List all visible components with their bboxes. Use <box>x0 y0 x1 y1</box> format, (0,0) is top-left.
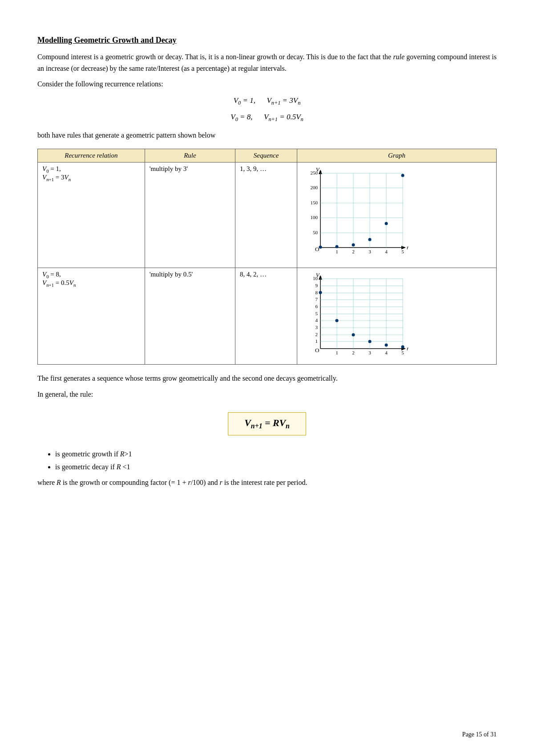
svg-text:O: O <box>315 347 319 354</box>
svg-text:7: 7 <box>316 297 318 302</box>
rule-cell-2: 'multiply by 0.5' <box>145 268 235 365</box>
svg-point-29 <box>352 244 355 247</box>
bullet-list: is geometric growth if R>1 is geometric … <box>55 448 497 474</box>
svg-text:O: O <box>315 246 319 252</box>
svg-text:10: 10 <box>313 276 318 281</box>
svg-text:3: 3 <box>368 249 371 254</box>
table-row-1: V0 = 1, Vn+1 = 3Vn 'multiply by 3' 1, 3,… <box>38 163 497 268</box>
paragraph-6: where R is the growth or compounding fac… <box>37 477 497 488</box>
svg-point-72 <box>352 333 355 337</box>
svg-text:4: 4 <box>385 350 388 355</box>
svg-point-75 <box>401 345 405 349</box>
graph-cell-2: Vn n O <box>297 268 497 365</box>
svg-text:1: 1 <box>336 350 338 355</box>
recurrence-table: Recurrence relation Rule Sequence Graph … <box>37 149 497 365</box>
svg-text:2: 2 <box>352 350 355 355</box>
graph-svg-2: Vn n O <box>302 271 409 360</box>
relation-cell-1: V0 = 1, Vn+1 = 3Vn <box>38 163 145 268</box>
svg-point-73 <box>368 340 372 343</box>
col-header-graph: Graph <box>297 149 497 163</box>
sequence-cell-2: 8, 4, 2, … <box>235 268 297 365</box>
formula-center: Vn+1 = RVn <box>37 404 497 443</box>
rule-cell-1: 'multiply by 3' <box>145 163 235 268</box>
paragraph-1: Compound interest is a geometric growth … <box>37 51 497 74</box>
paragraph-4: The first generates a sequence whose ter… <box>37 373 497 384</box>
graph-svg-1: Vn n O <box>302 165 409 263</box>
svg-text:2: 2 <box>316 332 318 337</box>
svg-point-74 <box>385 344 388 347</box>
col-header-sequence: Sequence <box>235 149 297 163</box>
svg-text:4: 4 <box>385 249 388 254</box>
svg-text:5: 5 <box>401 350 404 355</box>
svg-text:n: n <box>407 345 409 352</box>
svg-point-30 <box>368 238 372 241</box>
svg-text:3: 3 <box>316 325 318 330</box>
svg-text:4: 4 <box>316 317 318 323</box>
page-number: Page 15 of 31 <box>462 731 497 738</box>
bullet-item-1: is geometric growth if R>1 <box>55 448 497 461</box>
svg-text:n: n <box>407 244 409 251</box>
svg-text:1: 1 <box>336 249 338 254</box>
svg-text:1: 1 <box>316 338 318 344</box>
svg-text:200: 200 <box>311 185 318 190</box>
svg-point-28 <box>336 245 339 248</box>
svg-text:150: 150 <box>311 200 318 205</box>
svg-point-71 <box>336 319 339 322</box>
svg-point-32 <box>401 174 405 177</box>
svg-text:5: 5 <box>316 311 318 316</box>
svg-text:50: 50 <box>313 230 318 235</box>
svg-text:6: 6 <box>316 304 318 309</box>
svg-text:9: 9 <box>316 283 318 288</box>
svg-text:8: 8 <box>316 290 318 295</box>
page-title: Modelling Geometric Growth and Decay <box>37 36 497 45</box>
col-header-rule: Rule <box>145 149 235 163</box>
svg-point-27 <box>319 246 322 249</box>
svg-point-31 <box>385 222 388 225</box>
math-formula-1: V0 = 1, Vn+1 = 3Vn <box>37 96 497 106</box>
col-header-relation: Recurrence relation <box>38 149 145 163</box>
math-formula-2: V0 = 8, Vn+1 = 0.5Vn <box>37 113 497 123</box>
svg-text:250: 250 <box>311 170 318 175</box>
main-formula: Vn+1 = RVn <box>228 412 306 435</box>
relation-cell-2: V0 = 8, Vn+1 = 0.5Vn <box>38 268 145 365</box>
sequence-cell-1: 1, 3, 9, … <box>235 163 297 268</box>
svg-text:100: 100 <box>311 215 318 220</box>
paragraph-2: Consider the following recurrence relati… <box>37 78 497 90</box>
paragraph-5: In general, the rule: <box>37 389 497 400</box>
svg-point-70 <box>319 291 322 294</box>
paragraph-3: both have rules that generate a geometri… <box>37 130 497 141</box>
factor-expression: (= 1 + r/100) <box>169 479 206 486</box>
graph-cell-1: Vn n O <box>297 163 497 268</box>
table-row-2: V0 = 8, Vn+1 = 0.5Vn 'multiply by 0.5' 8… <box>38 268 497 365</box>
bullet-item-2: is geometric decay if R <1 <box>55 461 497 474</box>
svg-text:3: 3 <box>368 350 371 355</box>
svg-text:5: 5 <box>401 249 404 254</box>
svg-text:2: 2 <box>352 249 355 254</box>
